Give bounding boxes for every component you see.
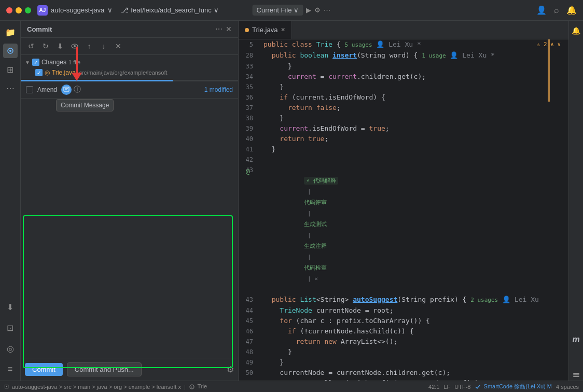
line-content: return getAllWordsWithPrefix(currentNode… <box>259 378 568 381</box>
code-content[interactable]: 5 public class Trie { 5 usages 👤 Lei Xu … <box>239 39 568 381</box>
line-number: 41 <box>239 144 259 155</box>
project-info: AJ auto-suggest-java ∨ <box>37 5 113 16</box>
commit-settings-icon[interactable]: ⚙ <box>227 365 234 374</box>
statusbar-right: 42:1 LF UTF-8 SmartCode 徐磊(Lei Xu) M 4 s… <box>428 383 579 390</box>
line-number: 34 <box>239 72 259 82</box>
branch-info[interactable]: ⎇ feat/leixu/add_search_func ∨ <box>121 6 218 14</box>
toolbar-up[interactable]: ↑ <box>83 40 95 52</box>
close-button[interactable] <box>6 7 12 13</box>
code-line: 46 if (!currentNode.hasChild(c)) { <box>239 326 568 337</box>
run-button[interactable]: ▶ <box>306 6 311 14</box>
sidebar-item-commit[interactable] <box>3 44 18 58</box>
commit-toolbar: ↺ ↻ ⬇ ↑ ↓ ✕ <box>21 38 238 55</box>
line-content: } <box>259 61 568 72</box>
code-editor: Trie.java ✕ 5 public class Trie { 5 usag… <box>239 21 568 381</box>
statusbar: ⊡ auto-suggest-java > src > main > java … <box>0 381 583 392</box>
commit-message-icon[interactable] <box>61 85 72 95</box>
file-path: src/main/java/org/example/leansoft <box>78 69 168 76</box>
project-dropdown-icon[interactable]: ∨ <box>107 6 113 14</box>
sidebar-item-indent[interactable]: ≡ <box>3 362 18 376</box>
svg-point-1 <box>9 50 11 52</box>
line-content: ⚡ 代码解释 | 代码评审 | 生成测试 | 生成注释 | 代码检查 | ✕ <box>259 165 568 295</box>
tab-close-icon[interactable]: ✕ <box>281 26 285 33</box>
line-number: 50 <box>239 368 259 378</box>
code-line: 44 TrieNode currentNode = root; <box>239 305 568 316</box>
code-line: 5 public class Trie { 5 usages 👤 Lei Xu … <box>239 39 568 50</box>
line-number: 45 <box>239 316 259 326</box>
account-icon[interactable]: 👤 <box>536 5 547 15</box>
modified-badge: 1 modified <box>204 86 233 93</box>
tab-filename: Trie.java <box>252 26 277 34</box>
code-line: 45 for (char c : prefix.toCharArray()) { <box>239 316 568 326</box>
traffic-lights <box>6 7 31 13</box>
fullscreen-button[interactable] <box>25 7 31 13</box>
project-name: auto-suggest-java <box>51 6 104 14</box>
settings-icon[interactable]: ⚙ <box>314 6 321 14</box>
toolbar-redo[interactable]: ↻ <box>39 40 52 52</box>
line-number: 43 <box>239 295 259 305</box>
code-line: 42 <box>239 155 568 165</box>
commit-message-textarea[interactable] <box>21 99 238 358</box>
sidebar-item-plugins[interactable]: ⊞ <box>3 62 18 77</box>
amend-icons: Commit Message ⓘ <box>61 85 81 95</box>
notifications-icon[interactable]: 🔔 <box>566 5 577 15</box>
toolbar-update[interactable]: ⬇ <box>54 40 66 52</box>
right-icon-m[interactable]: m <box>571 334 582 345</box>
line-content: } <box>259 357 568 368</box>
code-line: 33 } <box>239 61 568 72</box>
line-content: } <box>259 347 568 357</box>
amend-row: Amend Commit Message ⓘ 1 modified <box>21 81 238 99</box>
editor-tab-trie[interactable]: Trie.java ✕ <box>239 21 292 39</box>
changes-header[interactable]: ▼ ✓ Changes 1 file <box>21 57 238 67</box>
line-number: 44 <box>239 305 259 316</box>
amend-help-icon[interactable]: ⓘ <box>74 85 81 94</box>
commit-button[interactable]: Commit <box>25 363 63 376</box>
minimize-button[interactable] <box>16 7 22 13</box>
right-icon-notifications[interactable]: 🔔 <box>571 25 582 36</box>
panel-more-icon[interactable]: ⋯ <box>215 25 223 33</box>
sidebar-item-terminal[interactable]: ⊡ <box>3 320 18 335</box>
code-line: 28 public boolean insert(String word) { … <box>239 50 568 61</box>
toolbar-down[interactable]: ↓ <box>98 40 110 52</box>
line-content: } <box>259 144 568 155</box>
file-item[interactable]: ✓ ◎ Trie.java src/main/java/org/example/… <box>21 67 238 78</box>
changes-checkbox[interactable]: ✓ <box>32 59 39 66</box>
sidebar-item-files[interactable]: 📁 <box>3 25 18 39</box>
code-line: 49 } <box>239 357 568 368</box>
changes-tree: ▼ ✓ Changes 1 file ✓ ◎ Trie.java src/mai… <box>21 55 238 80</box>
toolbar-close[interactable]: ✕ <box>112 40 124 52</box>
more-icon[interactable]: ⋯ <box>324 6 330 14</box>
line-content: return false; <box>259 103 568 113</box>
line-number: 5 <box>239 39 259 50</box>
code-line: 35 } <box>239 82 568 92</box>
toolbar-eye[interactable] <box>68 40 81 52</box>
line-content: if (current.isEndOfWord) { <box>259 92 568 103</box>
diff-marker <box>548 39 550 102</box>
line-number: 49 <box>239 357 259 368</box>
line-number: 48 <box>239 347 259 357</box>
right-icon-layers[interactable] <box>571 369 582 381</box>
changes-count: 1 file <box>68 59 80 65</box>
editor-tabs: Trie.java ✕ <box>239 21 568 39</box>
panel-close-icon[interactable]: ✕ <box>226 25 232 33</box>
toolbar-undo[interactable]: ↺ <box>25 40 37 52</box>
line-content: public class Trie { 5 usages 👤 Lei Xu * <box>259 39 568 50</box>
commit-push-button[interactable]: Commit and Push... <box>67 362 142 376</box>
sidebar-item-update[interactable]: ⬇ <box>3 300 18 314</box>
line-number: 28 <box>239 50 259 61</box>
file-checkbox[interactable]: ✓ <box>35 69 43 76</box>
amend-checkbox[interactable] <box>26 86 33 93</box>
current-file-dropdown[interactable]: Current File ∨ <box>253 5 303 16</box>
statusbar-spaces: 4 spaces <box>556 384 579 390</box>
line-number: 42 <box>239 155 259 165</box>
sidebar-item-git-log[interactable]: ◎ <box>3 341 18 356</box>
left-sidebar-icons: 📁 ⊞ ⋯ ⬇ ⊡ ◎ ≡ <box>0 21 21 381</box>
panel-header-icons: ⋯ ✕ <box>215 25 232 33</box>
code-line: 41 } <box>239 144 568 155</box>
search-icon[interactable]: ⌕ <box>554 6 559 15</box>
line-content: for (char c : prefix.toCharArray()) { <box>259 316 568 326</box>
line-content: public List<String> autoSuggest(String p… <box>259 295 568 305</box>
amend-label: Amend <box>37 86 57 93</box>
line-number: 39 <box>239 123 259 134</box>
sidebar-item-more[interactable]: ⋯ <box>3 81 18 95</box>
